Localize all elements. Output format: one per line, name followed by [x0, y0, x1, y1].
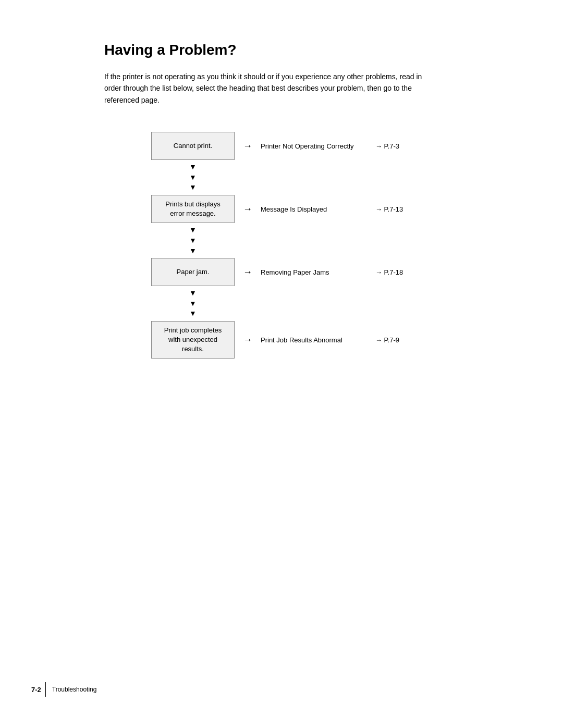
page-ref-2: → P.7-13 — [375, 205, 403, 213]
down-arrow-3c: ▼ — [188, 309, 198, 319]
down-arrow-1a: ▼ — [188, 162, 198, 172]
arrows-down-2: ▼ ▼ ▼ — [188, 225, 198, 256]
arrow-right-4: → — [243, 335, 252, 346]
down-arrow-3b: ▼ — [188, 299, 198, 309]
footer: 7-2 Troubleshooting — [0, 682, 563, 697]
flow-box-cannot-print: Cannot print. — [151, 132, 235, 160]
flow-row-2: Prints but displays error message. → Mes… — [151, 195, 403, 223]
footer-page-number: 7-2 — [31, 686, 41, 694]
flow-box-paper-jam: Paper jam. — [151, 258, 235, 286]
flow-row-1: Cannot print. → Printer Not Operating Co… — [151, 132, 399, 160]
down-arrow-1b: ▼ — [188, 172, 198, 183]
down-arrow-1c: ▼ — [188, 182, 198, 193]
flow-box-unexpected-results: Print job completes with unexpected resu… — [151, 321, 235, 359]
arrow-right-2: → — [243, 204, 252, 215]
link-label-2: Message Is Displayed — [261, 205, 365, 213]
down-arrow-2c: ▼ — [188, 246, 198, 256]
page-ref-1: → P.7-3 — [375, 142, 399, 150]
arrows-down-3: ▼ ▼ ▼ — [188, 288, 198, 319]
down-arrow-3a: ▼ — [188, 288, 198, 299]
page: Having a Problem? If the printer is not … — [0, 0, 563, 728]
arrows-down-1: ▼ ▼ ▼ — [188, 162, 198, 193]
flow-row-3: Paper jam. → Removing Paper Jams → P.7-1… — [151, 258, 403, 286]
down-arrow-2b: ▼ — [188, 236, 198, 246]
arrow-right-1: → — [243, 141, 252, 152]
page-ref-3: → P.7-18 — [375, 268, 403, 276]
page-title: Having a Problem? — [104, 42, 511, 58]
diagram-area: Cannot print. → Printer Not Operating Co… — [151, 132, 511, 359]
arrow-right-3: → — [243, 267, 252, 278]
flow-box-error-message: Prints but displays error message. — [151, 195, 235, 223]
intro-paragraph: If the printer is not operating as you t… — [104, 71, 427, 106]
down-arrow-2a: ▼ — [188, 225, 198, 236]
content-area: Having a Problem? If the printer is not … — [104, 42, 511, 359]
link-label-1: Printer Not Operating Correctly — [261, 142, 365, 150]
footer-section-label: Troubleshooting — [52, 686, 97, 693]
flow-row-4: Print job completes with unexpected resu… — [151, 321, 399, 359]
page-ref-4: → P.7-9 — [375, 336, 399, 344]
link-label-3: Removing Paper Jams — [261, 268, 365, 276]
footer-separator — [45, 682, 46, 697]
link-label-4: Print Job Results Abnormal — [261, 336, 365, 344]
